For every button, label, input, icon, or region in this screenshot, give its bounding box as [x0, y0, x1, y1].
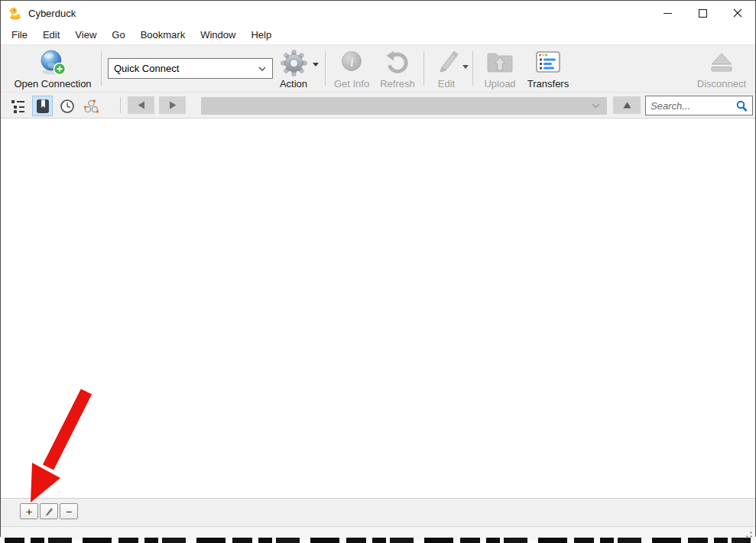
upload-button: Upload [479, 47, 521, 89]
globe-connection-icon [38, 48, 67, 77]
history-view-toggle[interactable] [57, 96, 77, 116]
bookmark-edit-bar: + − [1, 498, 755, 526]
cyberduck-window: Cyberduck File Edit View Go Bookmark Win… [0, 0, 756, 537]
browser-bar [1, 92, 755, 119]
outline-view-icon [11, 99, 26, 114]
menu-go[interactable]: Go [104, 27, 132, 43]
window-title: Cyberduck [28, 8, 76, 19]
forward-button [159, 96, 186, 114]
toolbar-separator [472, 51, 473, 86]
search-icon[interactable] [736, 100, 748, 112]
history-clock-icon [60, 99, 75, 114]
bonjour-icon [83, 99, 99, 114]
menu-edit[interactable]: Edit [35, 27, 67, 43]
search-box [645, 96, 753, 115]
search-input[interactable] [646, 96, 736, 115]
svg-text:i: i [350, 55, 354, 70]
refresh-label: Refresh [380, 78, 415, 89]
remove-bookmark-button[interactable]: − [60, 503, 78, 519]
titlebar: Cyberduck [1, 1, 755, 25]
bookmarks-view-toggle[interactable] [32, 96, 53, 116]
pencil-icon [44, 506, 54, 516]
edit-label: Edit [438, 78, 455, 89]
get-info-button: i Get Info [331, 47, 372, 89]
action-dropdown-caret[interactable] [313, 63, 319, 67]
main-toolbar: Open Connection Quick Connect [1, 44, 755, 92]
menu-window[interactable]: Window [193, 27, 243, 43]
menu-file[interactable]: File [4, 27, 35, 43]
menu-bookmark[interactable]: Bookmark [133, 27, 193, 43]
bookmark-list-area[interactable] [1, 119, 755, 498]
eject-icon [708, 50, 735, 76]
open-connection-button[interactable]: Open Connection [7, 47, 99, 89]
disconnect-label: Disconnect [697, 78, 746, 89]
menu-help[interactable]: Help [243, 27, 279, 43]
refresh-button: Refresh [375, 47, 420, 89]
toolbar-separator [325, 51, 326, 86]
browser-bar-separator [120, 97, 121, 113]
minimize-button[interactable] [650, 1, 685, 25]
quick-connect-value: Quick Connect [109, 63, 258, 74]
edit-bookmark-button[interactable] [40, 503, 58, 519]
chevron-down-icon [592, 103, 600, 109]
up-arrow-icon [623, 102, 631, 109]
background-clipped-text [5, 538, 751, 543]
path-dropdown [201, 97, 607, 115]
refresh-icon [384, 50, 411, 76]
chevron-down-icon [258, 67, 266, 71]
get-info-label: Get Info [334, 78, 369, 89]
plus-icon: + [26, 506, 32, 518]
action-label: Action [280, 78, 307, 89]
back-arrow-icon [138, 101, 145, 109]
info-icon: i [339, 50, 365, 76]
bonjour-view-toggle[interactable] [81, 96, 102, 116]
edit-dropdown-caret [462, 65, 469, 69]
transfers-button[interactable]: Transfers [525, 47, 571, 89]
open-connection-label: Open Connection [14, 78, 91, 89]
quick-connect-combobox[interactable]: Quick Connect [108, 58, 273, 79]
forward-arrow-icon [169, 101, 177, 109]
maximize-button[interactable] [685, 1, 720, 25]
edit-button: Edit [430, 47, 462, 89]
bookmarks-book-icon [35, 99, 50, 114]
back-button [128, 96, 154, 114]
menu-view[interactable]: View [67, 27, 104, 43]
upload-folder-icon [485, 49, 515, 76]
toolbar-separator [101, 51, 102, 86]
add-bookmark-button[interactable]: + [20, 503, 38, 519]
minus-icon: − [66, 506, 72, 518]
action-button[interactable]: Action [274, 47, 313, 89]
outline-view-toggle[interactable] [8, 96, 28, 116]
menubar: File Edit View Go Bookmark Window Help [1, 25, 755, 44]
upload-label: Upload [484, 78, 515, 89]
go-up-button [613, 96, 641, 114]
gear-icon [280, 49, 308, 77]
cyberduck-duck-icon [8, 6, 22, 20]
pencil-icon [433, 49, 460, 76]
toolbar-separator [423, 51, 424, 86]
disconnect-button: Disconnect [691, 47, 752, 89]
close-button[interactable] [720, 1, 755, 25]
transfers-window-icon [534, 50, 562, 76]
transfers-label: Transfers [527, 78, 569, 89]
